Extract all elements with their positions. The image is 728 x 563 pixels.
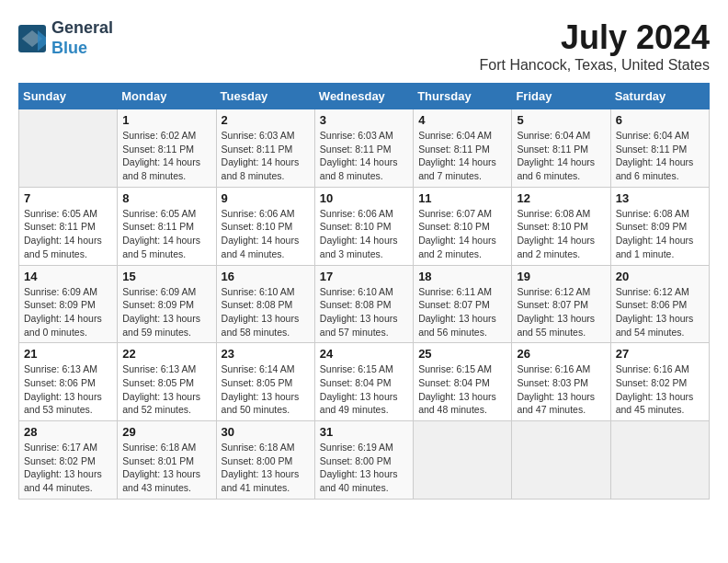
logo-line1: General <box>51 18 113 39</box>
day-info: Sunrise: 6:12 AMSunset: 8:07 PMDaylight:… <box>517 285 605 339</box>
day-info: Sunrise: 6:04 AMSunset: 8:11 PMDaylight:… <box>418 129 506 183</box>
day-info: Sunrise: 6:06 AMSunset: 8:10 PMDaylight:… <box>320 207 408 261</box>
calendar-week-row: 14Sunrise: 6:09 AMSunset: 8:09 PMDayligh… <box>19 265 710 343</box>
calendar-cell: 3Sunrise: 6:03 AMSunset: 8:11 PMDaylight… <box>314 109 413 188</box>
weekday-header: Wednesday <box>314 84 413 109</box>
day-number: 10 <box>320 191 408 205</box>
day-info: Sunrise: 6:02 AMSunset: 8:11 PMDaylight:… <box>122 129 210 183</box>
calendar-cell: 4Sunrise: 6:04 AMSunset: 8:11 PMDaylight… <box>414 109 512 188</box>
day-number: 7 <box>24 191 112 205</box>
calendar-cell: 10Sunrise: 6:06 AMSunset: 8:10 PMDayligh… <box>314 187 413 265</box>
day-info: Sunrise: 6:17 AMSunset: 8:02 PMDaylight:… <box>24 441 112 495</box>
calendar-cell: 21Sunrise: 6:13 AMSunset: 8:06 PMDayligh… <box>19 343 118 421</box>
day-info: Sunrise: 6:06 AMSunset: 8:10 PMDaylight:… <box>222 207 310 261</box>
day-number: 21 <box>24 347 112 361</box>
calendar-cell: 6Sunrise: 6:04 AMSunset: 8:11 PMDaylight… <box>610 109 709 188</box>
page-header: General Blue July 2024 Fort Hancock, Tex… <box>18 18 710 74</box>
day-info: Sunrise: 6:09 AMSunset: 8:09 PMDaylight:… <box>24 285 112 339</box>
subtitle: Fort Hancock, Texas, United States <box>480 57 710 74</box>
day-number: 27 <box>616 347 704 361</box>
day-number: 25 <box>418 347 506 361</box>
day-info: Sunrise: 6:05 AMSunset: 8:11 PMDaylight:… <box>24 207 112 261</box>
calendar-cell: 8Sunrise: 6:05 AMSunset: 8:11 PMDaylight… <box>118 187 216 265</box>
day-number: 23 <box>222 347 310 361</box>
calendar-cell <box>512 421 610 500</box>
calendar-cell: 2Sunrise: 6:03 AMSunset: 8:11 PMDaylight… <box>216 109 314 188</box>
day-info: Sunrise: 6:09 AMSunset: 8:09 PMDaylight:… <box>122 285 210 339</box>
weekday-header: Tuesday <box>216 84 314 109</box>
day-number: 15 <box>122 270 210 283</box>
calendar-cell: 18Sunrise: 6:11 AMSunset: 8:07 PMDayligh… <box>414 265 512 343</box>
day-info: Sunrise: 6:18 AMSunset: 8:00 PMDaylight:… <box>222 441 310 495</box>
calendar-cell: 1Sunrise: 6:02 AMSunset: 8:11 PMDaylight… <box>118 109 216 188</box>
weekday-header: Friday <box>512 84 610 109</box>
day-number: 4 <box>418 113 506 127</box>
main-title: July 2024 <box>480 18 710 57</box>
logo-text: General Blue <box>51 18 113 58</box>
day-number: 30 <box>222 425 310 439</box>
calendar-cell: 25Sunrise: 6:15 AMSunset: 8:04 PMDayligh… <box>414 343 512 421</box>
day-number: 28 <box>24 425 112 439</box>
logo-line2: Blue <box>51 39 113 59</box>
day-info: Sunrise: 6:15 AMSunset: 8:04 PMDaylight:… <box>418 362 506 417</box>
calendar-cell: 13Sunrise: 6:08 AMSunset: 8:09 PMDayligh… <box>610 187 709 265</box>
calendar-cell: 17Sunrise: 6:10 AMSunset: 8:08 PMDayligh… <box>314 265 413 343</box>
calendar-cell: 12Sunrise: 6:08 AMSunset: 8:10 PMDayligh… <box>512 187 610 265</box>
calendar-cell: 27Sunrise: 6:16 AMSunset: 8:02 PMDayligh… <box>610 343 709 421</box>
day-number: 19 <box>517 270 605 283</box>
title-area: July 2024 Fort Hancock, Texas, United St… <box>480 18 710 74</box>
calendar-cell: 15Sunrise: 6:09 AMSunset: 8:09 PMDayligh… <box>118 265 216 343</box>
day-number: 20 <box>616 270 704 283</box>
day-number: 16 <box>222 270 310 283</box>
logo-icon <box>18 25 46 52</box>
weekday-header-row: SundayMondayTuesdayWednesdayThursdayFrid… <box>19 84 710 109</box>
day-number: 26 <box>517 347 605 361</box>
calendar-cell: 19Sunrise: 6:12 AMSunset: 8:07 PMDayligh… <box>512 265 610 343</box>
day-info: Sunrise: 6:12 AMSunset: 8:06 PMDaylight:… <box>616 285 704 339</box>
day-info: Sunrise: 6:04 AMSunset: 8:11 PMDaylight:… <box>616 129 704 183</box>
calendar-cell: 26Sunrise: 6:16 AMSunset: 8:03 PMDayligh… <box>512 343 610 421</box>
day-number: 22 <box>122 347 210 361</box>
calendar-cell: 20Sunrise: 6:12 AMSunset: 8:06 PMDayligh… <box>610 265 709 343</box>
calendar-week-row: 7Sunrise: 6:05 AMSunset: 8:11 PMDaylight… <box>19 187 710 265</box>
calendar-cell: 24Sunrise: 6:15 AMSunset: 8:04 PMDayligh… <box>314 343 413 421</box>
day-info: Sunrise: 6:08 AMSunset: 8:10 PMDaylight:… <box>517 207 605 261</box>
calendar-cell: 30Sunrise: 6:18 AMSunset: 8:00 PMDayligh… <box>216 421 314 500</box>
day-info: Sunrise: 6:16 AMSunset: 8:02 PMDaylight:… <box>616 362 704 417</box>
day-number: 31 <box>320 425 408 439</box>
day-info: Sunrise: 6:03 AMSunset: 8:11 PMDaylight:… <box>222 129 310 183</box>
calendar-cell: 11Sunrise: 6:07 AMSunset: 8:10 PMDayligh… <box>414 187 512 265</box>
day-info: Sunrise: 6:03 AMSunset: 8:11 PMDaylight:… <box>320 129 408 183</box>
day-info: Sunrise: 6:11 AMSunset: 8:07 PMDaylight:… <box>418 285 506 339</box>
day-info: Sunrise: 6:15 AMSunset: 8:04 PMDaylight:… <box>320 362 408 417</box>
day-number: 14 <box>24 270 112 283</box>
calendar-week-row: 21Sunrise: 6:13 AMSunset: 8:06 PMDayligh… <box>19 343 710 421</box>
weekday-header: Saturday <box>610 84 709 109</box>
day-info: Sunrise: 6:04 AMSunset: 8:11 PMDaylight:… <box>517 129 605 183</box>
calendar-cell <box>19 109 118 188</box>
calendar-cell: 28Sunrise: 6:17 AMSunset: 8:02 PMDayligh… <box>19 421 118 500</box>
day-number: 1 <box>122 113 210 127</box>
day-info: Sunrise: 6:13 AMSunset: 8:05 PMDaylight:… <box>122 362 210 417</box>
calendar-cell <box>610 421 709 500</box>
day-number: 5 <box>517 113 605 127</box>
day-number: 12 <box>517 191 605 205</box>
day-info: Sunrise: 6:19 AMSunset: 8:00 PMDaylight:… <box>320 441 408 495</box>
weekday-header: Monday <box>118 84 216 109</box>
calendar-week-row: 1Sunrise: 6:02 AMSunset: 8:11 PMDaylight… <box>19 109 710 188</box>
day-info: Sunrise: 6:10 AMSunset: 8:08 PMDaylight:… <box>320 285 408 339</box>
day-number: 9 <box>222 191 310 205</box>
day-number: 11 <box>418 191 506 205</box>
day-number: 13 <box>616 191 704 205</box>
calendar-cell: 22Sunrise: 6:13 AMSunset: 8:05 PMDayligh… <box>118 343 216 421</box>
weekday-header: Sunday <box>19 84 118 109</box>
day-number: 24 <box>320 347 408 361</box>
day-info: Sunrise: 6:13 AMSunset: 8:06 PMDaylight:… <box>24 362 112 417</box>
day-info: Sunrise: 6:08 AMSunset: 8:09 PMDaylight:… <box>616 207 704 261</box>
day-number: 17 <box>320 270 408 283</box>
day-number: 8 <box>122 191 210 205</box>
calendar-cell: 9Sunrise: 6:06 AMSunset: 8:10 PMDaylight… <box>216 187 314 265</box>
day-number: 3 <box>320 113 408 127</box>
calendar-table: SundayMondayTuesdayWednesdayThursdayFrid… <box>18 83 710 500</box>
day-info: Sunrise: 6:18 AMSunset: 8:01 PMDaylight:… <box>122 441 210 495</box>
